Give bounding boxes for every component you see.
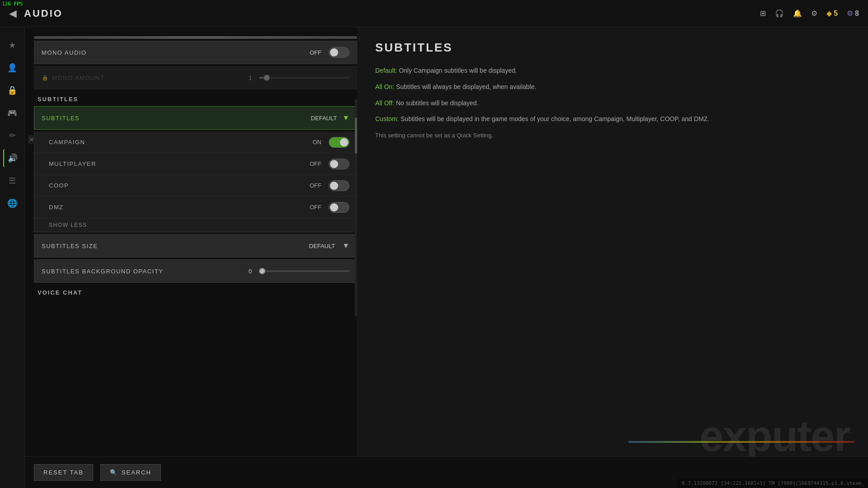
- campaign-toggle[interactable]: [329, 137, 349, 148]
- reset-tab-button[interactable]: RESET TAB: [34, 464, 93, 481]
- sidebar-icon-star[interactable]: ★: [3, 36, 21, 54]
- page-title: AUDIO: [24, 8, 63, 19]
- subtitles-size-label: SUBTITLES SIZE: [42, 243, 308, 249]
- campaign-value: ON: [313, 139, 322, 145]
- opacity-slider-thumb: [259, 268, 265, 274]
- subtitles-expanded-section: ✕ CAMPAIGN ON MULTIPLAYER OFF COOP OFF: [34, 131, 357, 232]
- sidebar-icon-pencil[interactable]: ✏: [3, 127, 21, 145]
- dmz-toggle[interactable]: [329, 202, 349, 213]
- slider-track: [259, 77, 349, 79]
- campaign-row[interactable]: CAMPAIGN ON: [34, 131, 357, 153]
- settings-icon[interactable]: ⚙: [811, 9, 817, 18]
- headphones-icon[interactable]: 🎧: [775, 9, 784, 18]
- slider-fill: [259, 77, 264, 79]
- multiplayer-label: MULTIPLAYER: [49, 160, 310, 167]
- status-bar: 9.7.13200072 [34:222.1681+1] TM [7000][1…: [678, 479, 868, 488]
- slider-thumb: [264, 75, 270, 81]
- campaign-label: CAMPAIGN: [49, 139, 313, 145]
- subtitles-size-chevron: ▼: [342, 242, 349, 250]
- subtitles-dropdown-label: SUBTITLES: [42, 115, 311, 122]
- subtitles-bg-opacity-label: SUBTITLES BACKGROUND OPACITY: [42, 268, 225, 275]
- close-icon[interactable]: ✕: [28, 135, 35, 144]
- mono-amount-value: 1: [225, 75, 252, 81]
- info-default-keyword: Default:: [375, 67, 397, 74]
- topbar: ◀ AUDIO ⊞ 🎧 🔔 ⚙ ◆ 5 ⚙ 8: [0, 0, 868, 27]
- mono-audio-value: OFF: [294, 49, 321, 56]
- watermark: exputer: [699, 411, 850, 461]
- subtitles-dropdown-row[interactable]: SUBTITLES DEFAULT ▼: [34, 106, 357, 130]
- multiplayer-row[interactable]: MULTIPLAYER OFF: [34, 153, 357, 175]
- sidebar-icon-globe[interactable]: 🌐: [3, 194, 21, 212]
- stars-badge: ◆ 5: [826, 9, 838, 18]
- dmz-label: DMZ: [49, 204, 310, 211]
- mono-amount-row: 🔒 MONO AMOUNT 1: [34, 66, 357, 89]
- info-title: SUBTITLES: [375, 41, 850, 55]
- subtitles-bg-opacity-value: 0: [225, 268, 252, 275]
- coop-row[interactable]: COOP OFF: [34, 175, 357, 197]
- subtitles-bg-opacity-row[interactable]: SUBTITLES BACKGROUND OPACITY 0: [34, 259, 357, 283]
- mono-amount-label: MONO AMOUNT: [52, 75, 225, 81]
- info-alloff-keyword: All Off:: [375, 99, 394, 107]
- back-button[interactable]: ◀: [9, 8, 17, 19]
- sidebar-icon-profile[interactable]: 👤: [3, 59, 21, 77]
- sidebar-icon-list[interactable]: ☰: [3, 172, 21, 190]
- info-panel: SUBTITLES Default: Only Campaign subtitl…: [357, 27, 868, 488]
- subtitles-size-row[interactable]: SUBTITLES SIZE DEFAULT ▼: [34, 234, 357, 258]
- sidebar: ★ 👤 🔒 🎮 ✏ 🔊 ☰ 🌐: [0, 27, 25, 488]
- chevron-down-icon: ▼: [342, 114, 349, 122]
- sidebar-icon-speaker[interactable]: 🔊: [3, 149, 21, 167]
- dmz-row[interactable]: DMZ OFF: [34, 197, 357, 218]
- info-allon: All On: Subtitles will always be display…: [375, 82, 850, 93]
- multiplayer-toggle[interactable]: [329, 159, 349, 169]
- dmz-value: OFF: [310, 204, 321, 211]
- info-allon-text: Subtitles will always be displayed, when…: [396, 83, 537, 90]
- opacity-slider[interactable]: [259, 270, 349, 272]
- grid-icon[interactable]: ⊞: [760, 9, 766, 18]
- bell-icon[interactable]: 🔔: [793, 9, 802, 18]
- mono-amount-slider: [259, 77, 349, 79]
- search-button[interactable]: 🔍 SEARCH: [100, 464, 161, 481]
- sidebar-icon-controller[interactable]: 🎮: [3, 104, 21, 122]
- search-icon: 🔍: [110, 469, 118, 476]
- mono-audio-label: MONO AUDIO: [42, 49, 294, 56]
- subtitles-dropdown-value: DEFAULT: [311, 115, 337, 122]
- settings-panel: MONO AUDIO OFF 🔒 MONO AMOUNT 1 SUBTITLES…: [25, 27, 357, 488]
- info-custom-text: Subtitles will be displayed in the game …: [401, 115, 709, 122]
- mono-audio-row[interactable]: MONO AUDIO OFF: [34, 41, 357, 64]
- info-default: Default: Only Campaign subtitles will be…: [375, 66, 850, 76]
- info-custom-keyword: Custom:: [375, 115, 399, 122]
- subtitles-section-header: SUBTITLES: [34, 91, 357, 106]
- info-alloff-text: No subtitles will be displayed.: [396, 99, 479, 107]
- fps-counter: 126 FPS: [2, 1, 23, 7]
- scroll-indicator: [34, 36, 357, 39]
- opacity-slider-track: [259, 270, 349, 272]
- coop-value: OFF: [310, 182, 321, 189]
- main-content: MONO AUDIO OFF 🔒 MONO AMOUNT 1 SUBTITLES…: [25, 27, 868, 488]
- multiplayer-value: OFF: [310, 160, 321, 167]
- users-badge: ⚙ 8: [847, 9, 859, 18]
- info-allon-keyword: All On:: [375, 83, 394, 90]
- info-note: This setting cannot be set as a Quick Se…: [375, 132, 850, 139]
- coop-label: COOP: [49, 182, 310, 189]
- sidebar-icon-lock[interactable]: 🔒: [3, 81, 21, 99]
- lock-icon: 🔒: [42, 75, 48, 81]
- info-custom: Custom: Subtitles will be displayed in t…: [375, 114, 850, 125]
- mono-audio-toggle[interactable]: [329, 47, 349, 58]
- subtitles-size-value: DEFAULT: [308, 243, 335, 249]
- watermark-underline: [628, 441, 854, 443]
- coop-toggle[interactable]: [329, 180, 349, 191]
- info-default-text: Only Campaign subtitles will be displaye…: [399, 67, 517, 74]
- info-alloff: All Off: No subtitles will be displayed.: [375, 98, 850, 109]
- search-label: SEARCH: [122, 469, 151, 476]
- voice-chat-section-header: VOICE CHAT: [34, 285, 357, 300]
- show-less-row[interactable]: SHOW LESS: [34, 218, 357, 232]
- show-less-label: SHOW LESS: [49, 222, 87, 228]
